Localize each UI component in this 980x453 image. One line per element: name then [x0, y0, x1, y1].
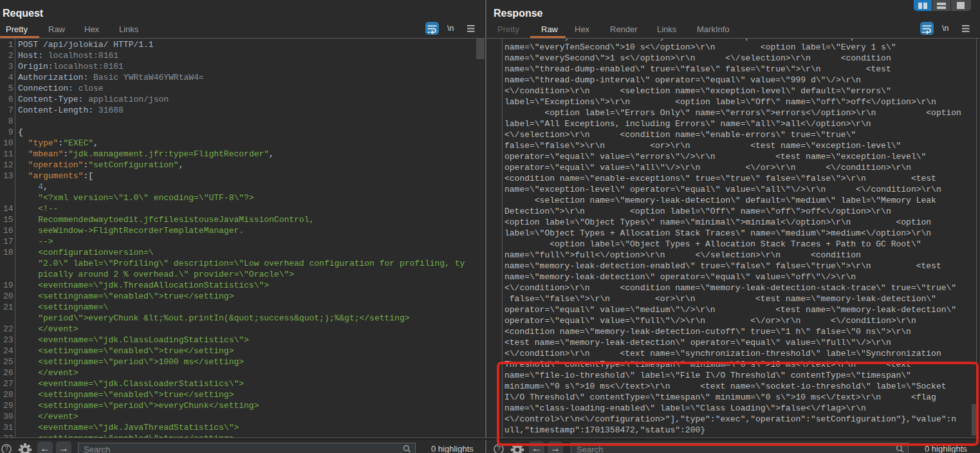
svg-text:?: ? [497, 445, 501, 452]
svg-text:?: ? [5, 445, 8, 452]
